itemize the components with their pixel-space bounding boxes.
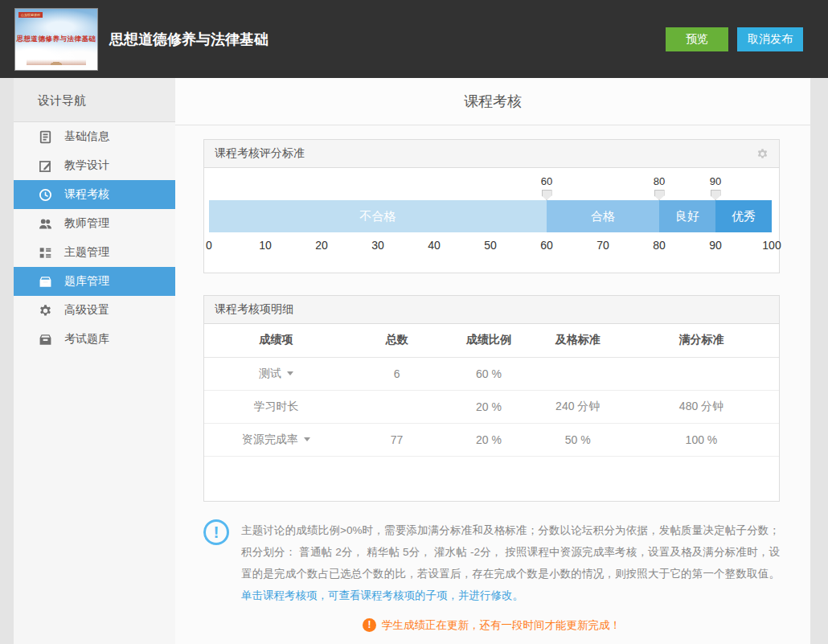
axis-tick: 20 bbox=[315, 239, 328, 252]
sidebar-item-label: 课程考核 bbox=[64, 187, 109, 202]
axis-tick: 50 bbox=[484, 239, 497, 252]
sidebar-item-label: 基础信息 bbox=[64, 129, 109, 144]
row-ratio-cell: 20 % bbox=[445, 390, 531, 423]
row-pass-cell bbox=[532, 357, 624, 390]
sidebar-item-7[interactable]: 考试题库 bbox=[14, 325, 175, 354]
sidebar-item-label: 题库管理 bbox=[64, 274, 109, 289]
thumbnail-banner: 山东联盟课程 bbox=[18, 12, 43, 18]
slider-handle[interactable]: 60 bbox=[533, 176, 560, 200]
warning-icon: ! bbox=[363, 618, 376, 632]
page-title: 课程考核 bbox=[175, 78, 810, 125]
sidebar-item-0[interactable]: 基础信息 bbox=[14, 122, 175, 151]
row-total-cell: 77 bbox=[348, 423, 446, 456]
update-warning: ! 学生成绩正在更新，还有一段时间才能更新完成！ bbox=[203, 618, 780, 633]
sidebar-item-label: 主题管理 bbox=[64, 245, 109, 260]
grade-segment: 不合格 bbox=[209, 200, 547, 232]
handle-value: 60 bbox=[533, 176, 560, 187]
grade-slider: 608090 不合格合格良好优秀 0102030405060708090100 bbox=[204, 168, 779, 273]
sidebar-item-label: 高级设置 bbox=[64, 303, 109, 318]
preview-button[interactable]: 预览 bbox=[666, 27, 728, 51]
scoring-panel-title: 课程考核评分标准 bbox=[215, 146, 305, 161]
dropdown-caret-icon[interactable] bbox=[304, 437, 310, 441]
gear-icon bbox=[39, 304, 52, 318]
sidebar-item-2[interactable]: 课程考核 bbox=[14, 180, 175, 209]
sidebar-item-1[interactable]: 教学设计 bbox=[14, 151, 175, 180]
handle-pin-icon[interactable] bbox=[711, 190, 721, 200]
sidebar-item-label: 教学设计 bbox=[64, 158, 109, 173]
table-row: 资源完成率 77 20 % 50 % 100 % bbox=[204, 423, 779, 456]
info-note: ! 主题讨论的成绩比例>0%时，需要添加满分标准和及格标准；分数以论坛积分为依据… bbox=[203, 519, 780, 606]
col-header-full: 满分标准 bbox=[624, 324, 779, 357]
row-total-cell: 6 bbox=[348, 357, 446, 390]
archive-icon bbox=[39, 275, 52, 289]
handle-value: 80 bbox=[646, 176, 673, 187]
dropdown-caret-icon[interactable] bbox=[287, 371, 293, 375]
topbar-actions: 预览 取消发布 bbox=[666, 27, 803, 51]
handle-pin-icon[interactable] bbox=[542, 190, 552, 200]
sidebar-item-6[interactable]: 高级设置 bbox=[14, 296, 175, 325]
row-ratio-cell: 60 % bbox=[445, 357, 531, 390]
row-total-cell bbox=[348, 390, 446, 423]
scoring-panel-header: 课程考核评分标准 bbox=[204, 140, 779, 168]
top-header: 山东联盟课程 思想道德修养与法律基础 思想道德修养与法律基础 预览 取消发布 bbox=[0, 0, 828, 78]
col-header-total: 总数 bbox=[348, 324, 446, 357]
row-name-cell[interactable]: 测试 bbox=[204, 357, 348, 390]
thumbnail-title: 思想道德修养与法律基础 bbox=[15, 35, 97, 44]
main-content: 课程考核 课程考核评分标准 608090 不合格合格良好优秀 010203040… bbox=[175, 78, 810, 644]
col-header-ratio: 成绩比例 bbox=[445, 324, 531, 357]
axis-tick: 30 bbox=[371, 239, 384, 252]
table-row: 学习时长 20 % 240 分钟 480 分钟 bbox=[204, 390, 779, 423]
gear-icon[interactable] bbox=[756, 148, 769, 160]
handle-pin-icon[interactable] bbox=[654, 190, 665, 200]
note-text: 主题讨论的成绩比例>0%时，需要添加满分标准和及格标准；分数以论坛积分为依据，发… bbox=[241, 519, 780, 606]
note-link[interactable]: 单击课程考核项，可查看课程考核项的子项，并进行修改。 bbox=[241, 589, 523, 601]
assessment-table: 成绩项 总数 成绩比例 及格标准 满分标准 测试 6 60 % bbox=[204, 324, 779, 457]
sidebar-title: 设计导航 bbox=[14, 78, 175, 122]
course-title: 思想道德修养与法律基础 bbox=[109, 30, 268, 49]
row-full-cell bbox=[624, 357, 779, 390]
scoring-standard-panel: 课程考核评分标准 608090 不合格合格良好优秀 01020304050607… bbox=[203, 139, 780, 273]
sidebar-item-5[interactable]: 题库管理 bbox=[14, 267, 175, 296]
col-header-item: 成绩项 bbox=[204, 324, 348, 357]
sidebar-item-3[interactable]: 教师管理 bbox=[14, 209, 175, 238]
slider-axis: 0102030405060708090100 bbox=[209, 239, 772, 258]
handle-value: 90 bbox=[702, 176, 729, 187]
slider-handle[interactable]: 90 bbox=[702, 176, 729, 200]
col-header-pass: 及格标准 bbox=[532, 324, 624, 357]
sidebar-item-label: 考试题库 bbox=[64, 332, 109, 347]
axis-tick: 90 bbox=[709, 239, 722, 252]
grade-segment: 良好 bbox=[659, 200, 715, 232]
archive-icon bbox=[39, 333, 52, 347]
axis-tick: 80 bbox=[653, 239, 666, 252]
row-name-cell[interactable]: 资源完成率 bbox=[204, 423, 348, 456]
edit-icon bbox=[39, 159, 52, 173]
row-pass-cell: 240 分钟 bbox=[532, 390, 624, 423]
row-pass-cell: 50 % bbox=[532, 423, 624, 456]
table-row: 测试 6 60 % bbox=[204, 357, 779, 390]
table-header-row: 成绩项 总数 成绩比例 及格标准 满分标准 bbox=[204, 324, 779, 357]
slider-handle[interactable]: 80 bbox=[646, 176, 673, 200]
design-nav-sidebar: 设计导航 基础信息教学设计课程考核教师管理主题管理题库管理高级设置考试题库 bbox=[14, 78, 175, 644]
grade-segment: 优秀 bbox=[715, 200, 772, 232]
row-full-cell: 480 分钟 bbox=[624, 390, 779, 423]
table-empty-space bbox=[204, 457, 779, 501]
document-icon bbox=[39, 130, 52, 144]
note-body-text: 主题讨论的成绩比例>0%时，需要添加满分标准和及格标准；分数以论坛积分为依据，发… bbox=[241, 524, 780, 580]
row-ratio-cell: 20 % bbox=[445, 423, 531, 456]
clock-icon bbox=[39, 188, 52, 202]
cancel-publish-button[interactable]: 取消发布 bbox=[737, 27, 803, 51]
axis-tick: 70 bbox=[596, 239, 609, 252]
sidebar-item-4[interactable]: 主题管理 bbox=[14, 238, 175, 267]
axis-tick: 10 bbox=[259, 239, 272, 252]
info-icon: ! bbox=[203, 519, 229, 545]
thumbnail-skyline bbox=[27, 59, 86, 65]
row-name-cell[interactable]: 学习时长 bbox=[204, 390, 348, 423]
grade-segment: 合格 bbox=[547, 200, 659, 232]
slider-handles: 608090 bbox=[209, 175, 772, 200]
grid-list-icon bbox=[39, 246, 52, 260]
course-thumbnail: 山东联盟课程 思想道德修养与法律基础 bbox=[14, 8, 98, 71]
row-full-cell: 100 % bbox=[624, 423, 779, 456]
warning-text: 学生成绩正在更新，还有一段时间才能更新完成！ bbox=[382, 618, 621, 633]
detail-panel-header: 课程考核项明细 bbox=[204, 296, 779, 324]
sidebar-items: 基础信息教学设计课程考核教师管理主题管理题库管理高级设置考试题库 bbox=[14, 122, 175, 354]
